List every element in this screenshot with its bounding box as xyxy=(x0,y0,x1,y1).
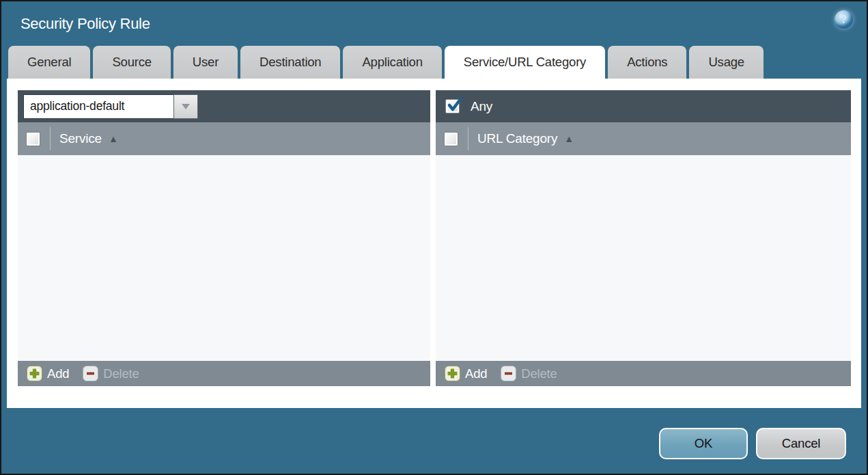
service-panel-footer: Add Delete xyxy=(18,361,430,386)
add-icon xyxy=(27,366,42,381)
service-type-combobox xyxy=(23,94,198,119)
column-divider xyxy=(468,127,468,150)
tab-source[interactable]: Source xyxy=(93,46,170,79)
cancel-button[interactable]: Cancel xyxy=(756,428,846,459)
add-service-button[interactable]: Add xyxy=(27,366,69,381)
titlebar: Security Policy Rule ? xyxy=(1,1,867,46)
down-triangle-glyph xyxy=(181,103,191,110)
select-all-services-checkbox[interactable] xyxy=(26,132,40,146)
delete-label: Delete xyxy=(521,366,557,381)
dropdown-arrow-icon[interactable] xyxy=(173,94,198,119)
select-all-url-categories-checkbox[interactable] xyxy=(444,132,458,146)
delete-icon xyxy=(501,366,516,381)
tab-bar: General Source User Destination Applicat… xyxy=(8,46,764,79)
add-icon xyxy=(445,366,460,381)
url-category-column-label[interactable]: URL Category xyxy=(477,131,557,146)
service-column-label[interactable]: Service xyxy=(59,131,102,146)
service-panel-header xyxy=(18,90,430,122)
url-panel-header: Any xyxy=(436,90,851,122)
tab-content: Service ▲ Add xyxy=(7,79,861,408)
service-type-input[interactable] xyxy=(23,94,173,119)
page-title: Security Policy Rule xyxy=(20,15,150,33)
add-label: Add xyxy=(47,366,69,381)
tab-usage[interactable]: Usage xyxy=(689,46,763,79)
tab-general[interactable]: General xyxy=(8,46,90,79)
sort-ascending-icon[interactable]: ▲ xyxy=(109,133,118,144)
tab-application[interactable]: Application xyxy=(343,46,441,79)
url-column-header-row: URL Category ▲ xyxy=(436,122,851,155)
column-divider xyxy=(50,127,51,150)
url-category-panel: Any URL Category ▲ xyxy=(436,90,851,386)
service-column-header-row: Service ▲ xyxy=(18,122,430,155)
any-label: Any xyxy=(471,99,492,114)
tab-actions[interactable]: Actions xyxy=(608,46,686,79)
tab-service-url-category[interactable]: Service/URL Category xyxy=(445,46,605,79)
tab-destination[interactable]: Destination xyxy=(240,46,340,79)
url-category-list[interactable] xyxy=(436,155,851,361)
delete-url-category-button[interactable]: Delete xyxy=(501,366,557,381)
security-policy-rule-dialog: Security Policy Rule ? General Source Us… xyxy=(0,0,868,475)
help-icon[interactable]: ? xyxy=(835,10,853,29)
checkmark-icon xyxy=(446,96,464,114)
any-checkbox[interactable] xyxy=(445,99,460,113)
help-glyph: ? xyxy=(841,14,848,26)
delete-label: Delete xyxy=(103,366,139,381)
add-label: Add xyxy=(465,366,487,381)
add-url-category-button[interactable]: Add xyxy=(445,366,487,381)
delete-service-button[interactable]: Delete xyxy=(83,366,139,381)
ok-button[interactable]: OK xyxy=(659,428,748,459)
url-panel-footer: Add Delete xyxy=(436,361,851,386)
service-list[interactable] xyxy=(18,155,430,361)
sort-ascending-icon[interactable]: ▲ xyxy=(564,133,574,144)
delete-icon xyxy=(83,366,98,381)
tab-user[interactable]: User xyxy=(173,46,238,79)
service-panel: Service ▲ Add xyxy=(18,90,430,386)
